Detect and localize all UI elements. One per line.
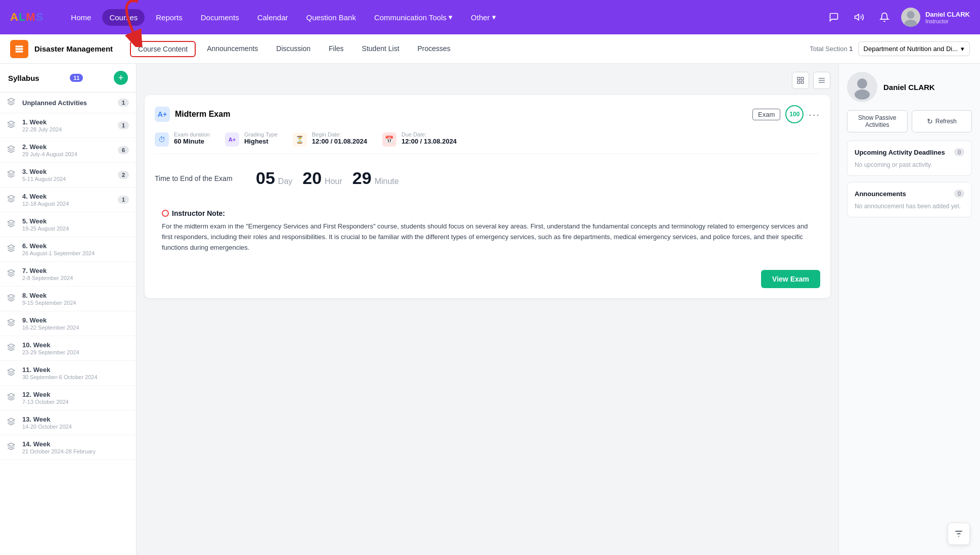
announcement-icon-button[interactable] [851, 9, 868, 26]
sidebar-item-week1[interactable]: 1. Week22-28 July 20241 [0, 113, 136, 138]
notification-bell-icon-button[interactable] [876, 9, 893, 26]
chat-icon-button[interactable] [825, 9, 842, 26]
sidebar-item-week13[interactable]: 13. Week14-20 October 2024 [0, 410, 136, 435]
tab-course-content[interactable]: Course Content [130, 41, 196, 57]
timer-minutes: 29 Minute [352, 168, 399, 188]
layers-icon [7, 120, 17, 130]
sidebar-item-badge: 1 [118, 99, 129, 107]
sidebar-item-label: 6. Week [22, 242, 129, 250]
svg-point-29 [857, 78, 867, 88]
tab-discussion[interactable]: Discussion [267, 34, 320, 63]
nav-documents[interactable]: Documents [194, 9, 246, 26]
sidebar-item-week5[interactable]: 5. Week19-25 August 2024 [0, 212, 136, 237]
sidebar-item-week11[interactable]: 11. Week30 September-6 October 2024 [0, 361, 136, 386]
nav-courses[interactable]: Courses [102, 9, 145, 26]
sidebar-item-week14[interactable]: 14. Week21 October 2024-28 February [0, 435, 136, 460]
svg-marker-12 [8, 220, 14, 223]
nav-home[interactable]: Home [64, 9, 98, 26]
tab-student-list[interactable]: Student List [353, 34, 409, 63]
show-passive-activities-button[interactable]: Show Passive Activities [847, 110, 908, 132]
sidebar-item-week10[interactable]: 10. Week23-29 September 2024 [0, 336, 136, 361]
course-icon[interactable] [10, 40, 28, 58]
user-profile[interactable]: Daniel CLARK Instructor [901, 8, 970, 27]
duration-icon: ⏱ [155, 132, 169, 147]
nav-calendar[interactable]: Calendar [250, 9, 295, 26]
svg-point-1 [907, 11, 914, 19]
content-toolbar [145, 72, 830, 89]
svg-marker-18 [8, 368, 14, 372]
sidebar-add-button[interactable]: + [114, 71, 128, 85]
sidebar-item-label: 2. Week [22, 143, 113, 151]
sidebar-item-week7[interactable]: 7. Week2-8 September 2024 [0, 262, 136, 287]
tab-processes[interactable]: Processes [409, 34, 460, 63]
layers-icon [7, 318, 17, 329]
layers-icon [7, 98, 17, 108]
course-name: Disaster Management [34, 44, 113, 53]
note-header: Instructor Note: [162, 209, 813, 217]
sidebar-item-week12[interactable]: 12. Week7-13 October 2024 [0, 386, 136, 410]
main-layout: Syllabus 11 + Unplanned Activities1 1. W… [0, 64, 980, 555]
timer-minutes-value: 29 [352, 168, 372, 188]
sidebar-item-badge: 6 [118, 146, 129, 154]
refresh-button[interactable]: ↻ Refresh [912, 110, 972, 132]
app-logo[interactable]: ALMS [10, 11, 43, 24]
nav-other[interactable]: Other ▾ [464, 9, 503, 26]
sidebar-item-badge: 2 [118, 171, 129, 179]
svg-marker-14 [8, 269, 14, 273]
svg-marker-15 [8, 294, 14, 298]
grid-view-button[interactable] [792, 72, 809, 89]
timer-days: 05 Day [256, 168, 292, 188]
sidebar-item-week3[interactable]: 3. Week5-11 August 20242 [0, 163, 136, 188]
sidebar-item-label: 11. Week [22, 366, 129, 374]
sidebar-item-week2[interactable]: 2. Week29 July-4 August 20246 [0, 138, 136, 163]
announcements-empty: No announcement has been added yet. [855, 203, 964, 210]
sidebar-item-week8[interactable]: 8. Week9-15 September 2024 [0, 287, 136, 311]
sidebar-item-date: 14-20 October 2024 [22, 424, 129, 430]
timer-hours-unit: Hour [325, 177, 342, 186]
timer-hours: 20 Hour [302, 168, 342, 188]
sidebar-item-date: 26 August-1 September 2024 [22, 250, 129, 256]
panel-user-name: Daniel CLARK [883, 83, 935, 91]
exam-meta-grading: A+ Grading Type Highest [225, 131, 278, 147]
sidebar-item-date: 7-13 October 2024 [22, 399, 129, 405]
exam-title: Midterm Exam [175, 110, 230, 119]
nav-communication-tools[interactable]: Communication Tools ▾ [367, 9, 460, 26]
right-panel: Daniel CLARK Show Passive Activities ↻ R… [838, 64, 980, 555]
sidebar-item-date: 30 September-6 October 2024 [22, 374, 129, 380]
view-exam-button[interactable]: View Exam [761, 270, 820, 288]
upcoming-deadlines-header: Upcoming Activity Deadlines 0 [855, 148, 964, 156]
svg-marker-9 [8, 146, 14, 149]
section-dropdown[interactable]: Department of Nutrition and Di... ▾ [858, 41, 970, 56]
timer-hours-value: 20 [302, 168, 322, 188]
sidebar-header: Syllabus 11 + [0, 64, 136, 92]
due-date-icon: 📅 [382, 132, 396, 147]
view-exam-button-container: View Exam [155, 270, 820, 288]
note-text: For the midterm exam in the "Emergency S… [162, 221, 813, 253]
svg-marker-0 [855, 14, 859, 20]
sidebar-item-date: 21 October 2024-28 February [22, 448, 129, 454]
sidebar-item-date: 5-11 August 2024 [22, 176, 113, 182]
due-value: 12:00 / 13.08.2024 [402, 137, 457, 145]
exam-options-button[interactable]: ··· [809, 109, 820, 120]
nav-question-bank[interactable]: Question Bank [299, 9, 363, 26]
sidebar-item-label: 4. Week [22, 193, 113, 200]
list-view-button[interactable] [813, 72, 830, 89]
filter-button[interactable] [948, 523, 970, 545]
duration-label: Exam duration [174, 131, 210, 137]
sidebar-item-week6[interactable]: 6. Week26 August-1 September 2024 [0, 237, 136, 262]
course-tabs: Course Content Announcements Discussion … [128, 34, 810, 63]
grading-value: Highest [244, 137, 278, 145]
svg-rect-4 [16, 48, 23, 50]
svg-marker-19 [8, 393, 14, 397]
tab-announcements[interactable]: Announcements [198, 34, 267, 63]
nav-reports[interactable]: Reports [149, 9, 190, 26]
svg-rect-25 [801, 81, 804, 83]
grading-icon: A+ [225, 132, 239, 147]
sidebar-item-week4[interactable]: 4. Week12-18 August 20241 [0, 188, 136, 212]
announcements-header: Announcements 0 [855, 190, 964, 198]
sidebar-item-unplanned[interactable]: Unplanned Activities1 [0, 92, 136, 113]
svg-rect-3 [16, 45, 23, 47]
exam-type-icon: A+ [155, 107, 170, 122]
tab-files[interactable]: Files [320, 34, 353, 63]
sidebar-item-week9[interactable]: 9. Week16-22 September 2024 [0, 311, 136, 336]
